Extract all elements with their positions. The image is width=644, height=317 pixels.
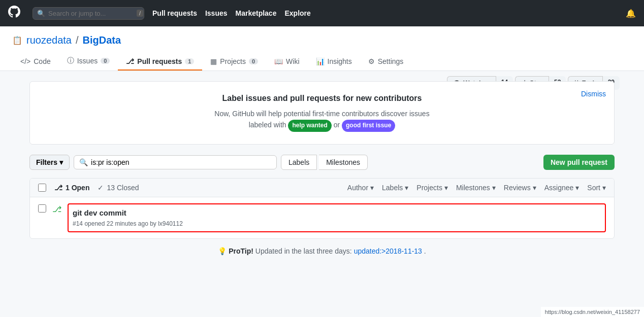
repo-icon: 📋 (12, 36, 22, 45)
banner-description: Now, GitHub will help potential first-ti… (42, 108, 602, 132)
tab-pull-requests[interactable]: ⎇ Pull requests 1 (118, 53, 202, 71)
tab-projects[interactable]: ▦ Projects 0 (202, 53, 266, 71)
top-nav: 🔍 / Pull requests Issues Marketplace Exp… (0, 0, 644, 26)
tab-insights[interactable]: 📊 Insights (308, 53, 360, 71)
settings-icon: ⚙ (368, 57, 375, 65)
closed-count[interactable]: ✓ 13 Closed (98, 184, 139, 192)
good-first-badge: good first issue (342, 120, 395, 131)
projects-chevron: ▾ (444, 184, 448, 192)
slash-key: / (137, 10, 143, 17)
search-input[interactable] (48, 10, 134, 17)
projects-badge: 0 (249, 58, 258, 64)
assignee-chevron: ▾ (575, 184, 579, 192)
nav-pull-requests[interactable]: Pull requests (152, 9, 197, 17)
repo-tabs: </> Code ⓘ Issues 0 ⎇ Pull requests 1 ▦ … (12, 52, 632, 71)
open-count: ⎇ 1 Open (54, 184, 89, 192)
repo-header: 📋 ruozedata / BigData 👁 Watch ▾ 14 ★ Sta… (0, 26, 644, 71)
sort-filter[interactable]: Sort ▾ (587, 184, 606, 192)
projects-icon: ▦ (210, 57, 217, 65)
nav-right: 🔔 (626, 9, 636, 18)
pr-open-icon-0: ⎇ (52, 204, 61, 214)
pr-item-0: ⎇ git dev commit #14 opened 22 minutes a… (30, 197, 614, 238)
pr-highlighted-0: git dev commit #14 opened 22 minutes ago… (68, 203, 606, 232)
assignee-filter[interactable]: Assignee ▾ (544, 184, 579, 192)
reviews-filter[interactable]: Reviews ▾ (504, 184, 536, 192)
nav-links: Pull requests Issues Marketplace Explore (152, 9, 311, 17)
tab-issues[interactable]: ⓘ Issues 0 (59, 52, 118, 71)
lightbulb-icon: 💡 (218, 247, 227, 255)
pr-title-0[interactable]: git dev commit (73, 208, 601, 217)
code-icon: </> (20, 57, 30, 65)
protip-label: ProTip! (229, 247, 253, 255)
pr-meta-0: #14 opened 22 minutes ago by lx940112 (73, 220, 183, 227)
repo-owner-link[interactable]: ruozedata (26, 34, 72, 46)
reviews-chevron: ▾ (533, 184, 536, 192)
milestones-chevron: ▾ (492, 184, 496, 192)
pr-icon: ⎇ (126, 57, 134, 65)
filters-chevron: ▾ (59, 158, 63, 166)
nav-marketplace[interactable]: Marketplace (236, 9, 277, 17)
pr-list-header: ⎇ 1 Open ✓ 13 Closed Author ▾ Labels ▾ (30, 179, 614, 197)
labels-chevron: ▾ (405, 184, 408, 192)
nav-issues[interactable]: Issues (205, 9, 228, 17)
select-all-checkbox[interactable] (38, 184, 46, 192)
pr-checkbox-0[interactable] (38, 204, 46, 213)
main-content: Dismiss Label issues and pull requests f… (17, 71, 627, 273)
author-filter[interactable]: Author ▾ (347, 184, 374, 192)
contributor-banner: Dismiss Label issues and pull requests f… (29, 81, 615, 145)
insights-icon: 📊 (316, 57, 325, 65)
author-chevron: ▾ (370, 184, 374, 192)
labels-button[interactable]: Labels (281, 155, 317, 170)
dismiss-button[interactable]: Dismiss (581, 90, 606, 98)
check-icon: ✓ (98, 184, 104, 192)
protip-link[interactable]: updated:>2018-11-13 (354, 247, 422, 255)
protip: 💡 ProTip! Updated in the last three days… (29, 239, 615, 263)
wiki-icon: 📖 (274, 57, 283, 65)
tab-wiki[interactable]: 📖 Wiki (266, 53, 307, 71)
global-search[interactable]: 🔍 / (33, 7, 144, 20)
github-logo[interactable] (8, 6, 20, 21)
banner-title: Label issues and pull requests for new c… (42, 94, 602, 103)
labels-filter[interactable]: Labels ▾ (382, 184, 408, 192)
milestones-filter[interactable]: Milestones ▾ (456, 184, 496, 192)
search-icon: 🔍 (37, 10, 45, 17)
repo-name-link[interactable]: BigData (83, 34, 121, 46)
filters-row: Filters ▾ 🔍 Labels Milestones New pull r… (29, 155, 615, 170)
pr-badge: 1 (185, 58, 194, 64)
separator: / (76, 34, 79, 46)
nav-explore[interactable]: Explore (284, 9, 310, 17)
pr-list: ⎇ 1 Open ✓ 13 Closed Author ▾ Labels ▾ (29, 178, 615, 239)
labels-milestones-group: Labels Milestones (281, 155, 368, 170)
new-pr-button[interactable]: New pull request (543, 155, 615, 170)
filters-button[interactable]: Filters ▾ (29, 155, 70, 170)
issues-badge: 0 (101, 58, 110, 64)
header-filters: Author ▾ Labels ▾ Projects ▾ Milestones … (347, 184, 606, 192)
help-wanted-badge: help wanted (288, 120, 331, 131)
milestones-button[interactable]: Milestones (319, 155, 368, 170)
tab-code[interactable]: </> Code (12, 53, 59, 71)
projects-filter[interactable]: Projects ▾ (416, 184, 448, 192)
pr-open-icon: ⎇ (54, 184, 62, 192)
search-icon: 🔍 (79, 158, 88, 166)
sort-chevron: ▾ (602, 184, 606, 192)
repo-title: 📋 ruozedata / BigData (12, 34, 632, 46)
notifications-bell[interactable]: 🔔 (626, 9, 636, 18)
tab-settings[interactable]: ⚙ Settings (360, 53, 412, 71)
pr-search-input[interactable] (91, 158, 271, 166)
search-wrap[interactable]: 🔍 (74, 155, 277, 169)
issues-icon: ⓘ (67, 56, 74, 65)
